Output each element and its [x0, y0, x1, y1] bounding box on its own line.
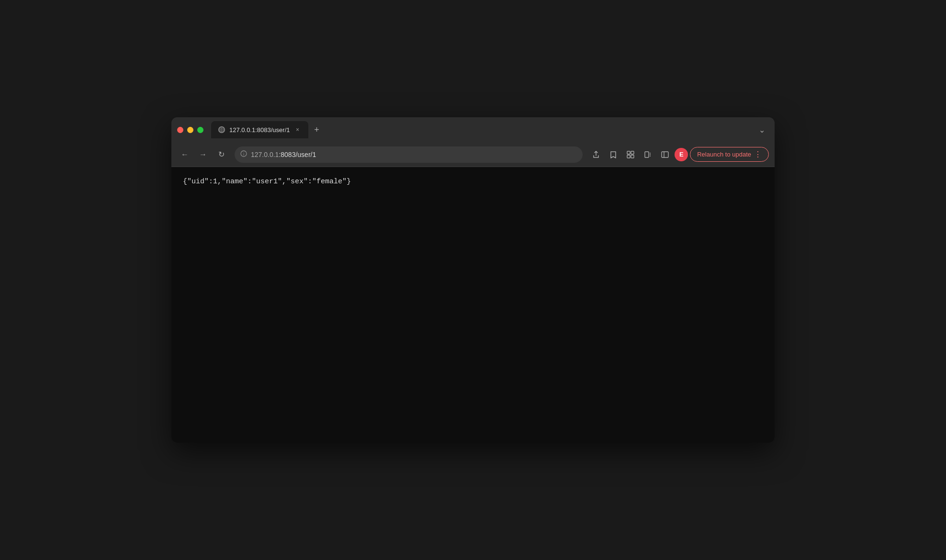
sidebar-toggle-button[interactable] [657, 147, 673, 162]
address-path: :8083/user/1 [279, 151, 316, 158]
content-area: {"uid":1,"name":"user1","sex":"female"} [171, 167, 775, 443]
tab-favicon [218, 126, 225, 134]
more-options-in-relaunch: ⋮ [754, 150, 762, 159]
minimize-button[interactable] [187, 127, 193, 133]
reading-list-button[interactable] [640, 147, 655, 162]
svg-rect-12 [662, 152, 668, 157]
maximize-button[interactable] [197, 127, 203, 133]
title-bar: 127.0.0.1:8083/user/1 × + ⌄ [171, 117, 775, 142]
close-button[interactable] [177, 127, 183, 133]
traffic-lights [177, 127, 203, 133]
svg-rect-8 [645, 152, 649, 157]
extensions-button[interactable] [623, 147, 638, 162]
address-host: 127.0.0.1 [251, 151, 279, 158]
new-tab-button[interactable]: + [310, 123, 324, 136]
profile-avatar[interactable]: E [675, 148, 688, 161]
globe-icon [218, 126, 225, 133]
svg-rect-5 [631, 151, 634, 154]
svg-rect-4 [627, 151, 630, 154]
address-bar[interactable]: i 127.0.0.1:8083/user/1 [235, 146, 583, 163]
json-response: {"uid":1,"name":"user1","sex":"female"} [183, 177, 763, 188]
share-button[interactable] [588, 147, 604, 162]
browser-window: 127.0.0.1:8083/user/1 × + ⌄ ← → ↻ i [171, 117, 775, 443]
tab-bar: 127.0.0.1:8083/user/1 × + [211, 121, 751, 138]
svg-rect-6 [627, 155, 630, 158]
secure-info-icon: i [240, 150, 247, 158]
back-button[interactable]: ← [177, 147, 192, 162]
svg-rect-7 [631, 155, 634, 158]
forward-button[interactable]: → [195, 147, 211, 162]
address-text: 127.0.0.1:8083/user/1 [251, 151, 577, 158]
svg-text:i: i [243, 152, 244, 157]
nav-actions: E Relaunch to update ⋮ [588, 147, 769, 162]
bookmark-button[interactable] [606, 147, 621, 162]
reload-button[interactable]: ↻ [214, 147, 229, 162]
tab-dropdown-button[interactable]: ⌄ [755, 123, 769, 136]
tab-title: 127.0.0.1:8083/user/1 [229, 126, 290, 134]
tab-close-button[interactable]: × [294, 126, 302, 134]
relaunch-button[interactable]: Relaunch to update ⋮ [690, 147, 769, 162]
active-tab[interactable]: 127.0.0.1:8083/user/1 × [211, 121, 308, 138]
nav-bar: ← → ↻ i 127.0.0.1:8083/user/1 [171, 142, 775, 167]
